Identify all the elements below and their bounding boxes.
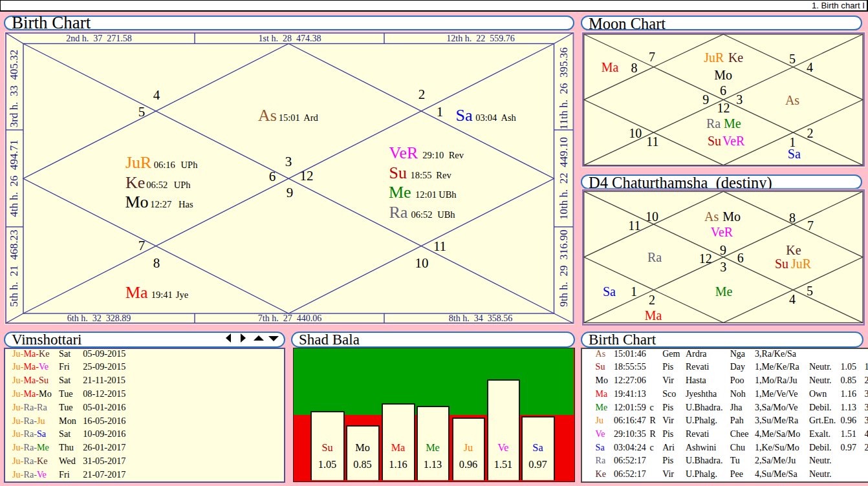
svg-text:03:04Ash: 03:04Ash bbox=[475, 112, 516, 123]
svg-text:12: 12 bbox=[300, 168, 314, 184]
svg-text:10: 10 bbox=[415, 255, 429, 271]
svg-text:Me: Me bbox=[389, 183, 411, 202]
svg-text:11: 11 bbox=[628, 218, 640, 233]
svg-text:10: 10 bbox=[629, 126, 642, 140]
svg-text:10: 10 bbox=[646, 209, 658, 224]
svg-text:6th h. 32 328.89: 6th h. 32 328.89 bbox=[67, 313, 131, 323]
svg-text:Mo: Mo bbox=[125, 193, 149, 211]
svg-text:4: 4 bbox=[789, 292, 796, 306]
svg-text:19:41Jye: 19:41Jye bbox=[151, 290, 188, 300]
svg-text:Sa: Sa bbox=[603, 284, 616, 299]
svg-text:12: 12 bbox=[699, 251, 712, 266]
svg-text:RaMe: RaMe bbox=[706, 116, 741, 131]
svg-text:2: 2 bbox=[807, 126, 814, 140]
svg-text:11th h. 26 395.36: 11th h. 26 395.36 bbox=[558, 47, 570, 129]
svg-text:SuVeR: SuVeR bbox=[708, 134, 745, 148]
svg-text:12:01UBh: 12:01UBh bbox=[415, 189, 457, 200]
svg-text:1st h. 28 474.38: 1st h. 28 474.38 bbox=[259, 34, 321, 43]
svg-text:3rd h. 33 405.32: 3rd h. 33 405.32 bbox=[8, 50, 20, 127]
svg-text:VeR: VeR bbox=[711, 225, 733, 239]
svg-text:9: 9 bbox=[287, 185, 294, 200]
svg-text:SuJuR: SuJuR bbox=[775, 257, 812, 271]
svg-text:4th h. 26 494.71: 4th h. 26 494.71 bbox=[8, 140, 20, 217]
svg-text:JuRKe: JuRKe bbox=[704, 50, 743, 65]
svg-text:3: 3 bbox=[736, 92, 743, 107]
svg-text:29:10Rev: 29:10Rev bbox=[422, 150, 464, 160]
svg-text:18:55Rev: 18:55Rev bbox=[411, 170, 452, 180]
svg-text:6: 6 bbox=[269, 169, 276, 184]
svg-text:Mo: Mo bbox=[714, 68, 732, 82]
svg-text:7: 7 bbox=[649, 50, 655, 64]
svg-text:Ke: Ke bbox=[125, 173, 145, 192]
svg-text:8: 8 bbox=[153, 255, 160, 271]
svg-text:Su: Su bbox=[389, 164, 407, 182]
svg-text:9: 9 bbox=[702, 92, 709, 107]
svg-text:3: 3 bbox=[285, 154, 292, 169]
svg-text:VeR: VeR bbox=[389, 143, 418, 162]
svg-text:Sa: Sa bbox=[788, 147, 801, 161]
svg-text:8th h. 34 358.56: 8th h. 34 358.56 bbox=[449, 313, 512, 323]
svg-text:8: 8 bbox=[789, 211, 796, 225]
svg-text:1: 1 bbox=[631, 284, 637, 299]
svg-text:7: 7 bbox=[807, 218, 814, 233]
svg-text:Ra: Ra bbox=[389, 203, 408, 222]
svg-text:3: 3 bbox=[720, 260, 726, 274]
svg-text:9th h. 29 316.90: 9th h. 29 316.90 bbox=[558, 229, 570, 306]
svg-text:9: 9 bbox=[720, 243, 726, 257]
svg-text:1: 1 bbox=[437, 104, 444, 120]
svg-text:5: 5 bbox=[138, 104, 146, 120]
svg-text:15:01Ard: 15:01Ard bbox=[279, 112, 319, 123]
svg-text:2: 2 bbox=[649, 293, 655, 307]
svg-text:8: 8 bbox=[631, 61, 638, 75]
svg-text:4: 4 bbox=[153, 87, 160, 103]
svg-text:JuR: JuR bbox=[125, 153, 152, 172]
svg-text:Ma: Ma bbox=[125, 283, 148, 302]
svg-text:5th h. 21 468.23: 5th h. 21 468.23 bbox=[8, 229, 20, 306]
svg-text:Ra: Ra bbox=[647, 250, 662, 264]
svg-text:Me: Me bbox=[715, 284, 733, 299]
svg-text:4: 4 bbox=[807, 60, 813, 74]
svg-text:5: 5 bbox=[807, 284, 813, 298]
svg-text:Ke: Ke bbox=[786, 243, 801, 257]
svg-text:2: 2 bbox=[418, 87, 426, 102]
svg-text:Ma: Ma bbox=[602, 60, 619, 74]
svg-text:11: 11 bbox=[646, 134, 658, 149]
svg-text:7th h. 27 440.06: 7th h. 27 440.06 bbox=[258, 313, 321, 323]
svg-text:Sa: Sa bbox=[456, 106, 473, 125]
svg-text:12th h. 22 559.76: 12th h. 22 559.76 bbox=[446, 34, 514, 43]
svg-text:10th h. 22 449.10: 10th h. 22 449.10 bbox=[558, 137, 570, 220]
svg-text:7: 7 bbox=[138, 238, 146, 253]
svg-text:6: 6 bbox=[720, 83, 726, 98]
svg-text:5: 5 bbox=[789, 52, 796, 66]
svg-text:As: As bbox=[258, 106, 277, 125]
svg-text:AsMo: AsMo bbox=[704, 209, 741, 224]
svg-text:12: 12 bbox=[717, 101, 730, 115]
svg-text:2nd h. 37 271.58: 2nd h. 37 271.58 bbox=[66, 34, 132, 43]
svg-text:11: 11 bbox=[433, 238, 446, 254]
svg-text:As: As bbox=[785, 93, 799, 107]
svg-text:6: 6 bbox=[737, 251, 744, 265]
svg-text:Ma: Ma bbox=[645, 308, 662, 322]
